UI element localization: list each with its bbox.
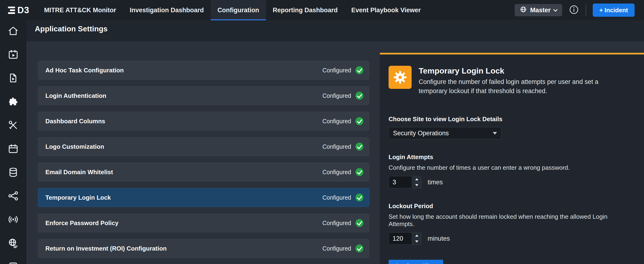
nav-right-controls: Master + Incident xyxy=(515,4,644,17)
settings-item-dashboard-columns[interactable]: Dashboard Columns Configured xyxy=(38,112,369,130)
home-icon[interactable] xyxy=(8,26,18,36)
check-circle-icon xyxy=(356,244,364,252)
master-label: Master xyxy=(530,7,550,14)
site-select[interactable]: Security Operations xyxy=(388,127,502,139)
d3-logo-mark-icon xyxy=(8,7,15,14)
spinner-down-button[interactable] xyxy=(412,239,421,245)
main-content: Ad Hoc Task Configuration Configured Log… xyxy=(26,41,644,264)
login-attempts-row: times xyxy=(388,176,630,188)
detail-description: Configure the number of failed login att… xyxy=(419,77,609,96)
select-caret-icon xyxy=(493,132,497,135)
broadcast-icon[interactable] xyxy=(8,214,18,225)
settings-item-label: Dashboard Columns xyxy=(46,118,105,125)
calendar-icon[interactable] xyxy=(8,143,18,154)
settings-item-temporary-login-lock[interactable]: Temporary Login Lock Configured xyxy=(38,188,369,207)
settings-item-email-domain-whitelist[interactable]: Email Domain Whitelist Configured xyxy=(38,163,369,182)
d3-logo: D3 xyxy=(0,5,38,15)
login-attempts-description: Configure the number of times a user can… xyxy=(388,164,630,171)
nav-divider xyxy=(586,5,586,16)
partial-icon[interactable] xyxy=(8,261,18,264)
settings-item-label: Logo Customization xyxy=(46,143,104,150)
chevron-down-icon xyxy=(553,7,558,12)
settings-item-label: Login Authentication xyxy=(46,92,106,99)
tools-icon[interactable] xyxy=(8,120,18,130)
settings-item-label: Return on Investment (ROI) Configuration xyxy=(46,245,167,252)
master-dropdown[interactable]: Master xyxy=(515,4,562,16)
site-select-label: Choose Site to view Login Lock Details xyxy=(388,115,630,123)
settings-item-login-authentication[interactable]: Login Authentication Configured xyxy=(38,86,369,105)
lockout-period-row: minutes xyxy=(388,232,630,245)
nav-item-reporting-dashboard[interactable]: Reporting Dashboard xyxy=(266,0,344,20)
lockout-period-description: Set how long the account should remain l… xyxy=(388,213,630,228)
check-circle-icon xyxy=(356,117,364,125)
settings-item-ad-hoc-task[interactable]: Ad Hoc Task Configuration Configured xyxy=(38,61,369,80)
check-circle-icon xyxy=(356,194,364,202)
playbook-play-icon[interactable] xyxy=(8,73,18,83)
settings-item-enforce-password-policy[interactable]: Enforce Password Policy Configured xyxy=(38,214,369,232)
nav-item-investigation-dashboard[interactable]: Investigation Dashboard xyxy=(123,0,211,20)
globe-icon xyxy=(520,6,527,15)
settings-item-label: Ad Hoc Task Configuration xyxy=(46,67,124,74)
apply-to-sites-button[interactable]: Apply to Sites xyxy=(388,260,443,264)
spinner-up-button[interactable] xyxy=(412,233,421,239)
check-circle-icon xyxy=(356,66,364,74)
login-attempts-label: Login Attempts xyxy=(388,154,630,161)
sidebar xyxy=(0,20,26,264)
nav-item-event-playbook-viewer[interactable]: Event Playbook Viewer xyxy=(344,0,428,20)
incident-button[interactable]: + Incident xyxy=(593,4,634,17)
status-text: Configured xyxy=(322,194,364,202)
arrow-up-icon xyxy=(415,234,418,237)
network-share-icon[interactable] xyxy=(8,190,18,201)
status-text: Configured xyxy=(322,117,364,125)
lockout-period-label: Lockout Period xyxy=(388,202,630,210)
settings-list: Ad Hoc Task Configuration Configured Log… xyxy=(38,61,369,258)
check-circle-icon xyxy=(356,168,364,176)
nav-item-configuration[interactable]: Configuration xyxy=(211,0,266,20)
settings-item-roi-configuration[interactable]: Return on Investment (ROI) Configuration… xyxy=(38,239,369,258)
spinner-up-button[interactable] xyxy=(412,176,421,182)
info-icon[interactable] xyxy=(569,5,579,16)
site-select-value: Security Operations xyxy=(393,130,449,137)
page-title: Application Settings xyxy=(35,25,108,33)
detail-title: Temporary Login Lock xyxy=(419,66,609,75)
detail-panel: Temporary Login Lock Configure the numbe… xyxy=(380,53,644,264)
login-attempts-unit: times xyxy=(428,179,443,186)
arrow-down-icon xyxy=(415,184,418,186)
status-text: Configured xyxy=(322,66,364,74)
lockout-period-stepper xyxy=(388,232,422,245)
spinner xyxy=(412,233,421,244)
spinner-down-button[interactable] xyxy=(412,182,421,188)
brand-text: D3 xyxy=(18,5,30,15)
status-text: Configured xyxy=(322,219,364,227)
nav-item-mitre-attck-monitor[interactable]: MITRE ATT&CK Monitor xyxy=(38,0,123,20)
check-circle-icon xyxy=(356,92,364,100)
detail-header: Temporary Login Lock Configure the numbe… xyxy=(388,66,630,96)
lockout-period-input[interactable] xyxy=(389,233,412,244)
settings-item-label: Temporary Login Lock xyxy=(46,194,111,201)
globe-list-icon[interactable] xyxy=(8,238,18,248)
check-circle-icon xyxy=(356,219,364,227)
settings-item-logo-customization[interactable]: Logo Customization Configured xyxy=(38,137,369,156)
arrow-up-icon xyxy=(415,178,418,180)
status-text: Configured xyxy=(322,168,364,176)
login-attempts-stepper xyxy=(388,176,422,188)
check-circle-icon xyxy=(356,143,364,151)
status-text: Configured xyxy=(322,143,364,151)
gear-icon xyxy=(388,66,412,89)
status-text: Configured xyxy=(322,92,364,100)
top-nav: D3 MITRE ATT&CK Monitor Investigation Da… xyxy=(0,0,644,20)
calendar-play-icon[interactable] xyxy=(8,49,18,60)
integrations-puzzle-icon[interactable] xyxy=(8,96,18,107)
settings-item-label: Email Domain Whitelist xyxy=(46,169,113,176)
status-text: Configured xyxy=(322,244,364,252)
settings-item-label: Enforce Password Policy xyxy=(46,219,118,227)
database-icon[interactable] xyxy=(8,167,18,178)
spinner xyxy=(412,176,421,188)
login-attempts-input[interactable] xyxy=(389,176,412,188)
arrow-down-icon xyxy=(415,240,418,242)
lockout-period-unit: minutes xyxy=(428,235,450,242)
